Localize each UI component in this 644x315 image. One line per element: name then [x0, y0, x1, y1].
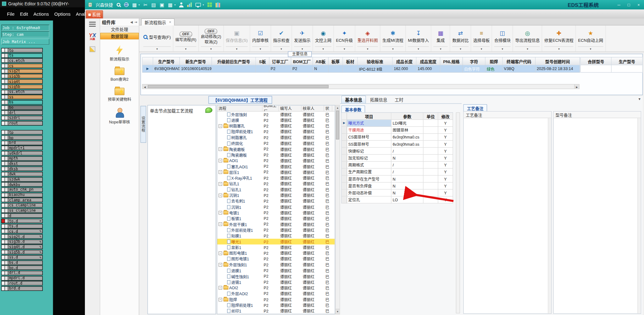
layer-checkbox[interactable] — [2, 209, 5, 212]
collapse-icon[interactable]: ▼ — [638, 97, 641, 101]
tab-new-flow-instruction[interactable]: 新流程指示 × — [141, 19, 174, 25]
flow-node[interactable]: −层压1P2谭丽红谭丽红已 — [217, 169, 335, 175]
column-header[interactable]: 阻焊 — [486, 57, 503, 65]
layer-checkbox[interactable] — [2, 106, 5, 109]
layer-checkbox[interactable] — [2, 74, 5, 78]
component-tool[interactable]: Bom查询2 — [100, 68, 139, 82]
param-value[interactable]: N — [391, 155, 424, 161]
layer-checkbox[interactable] — [2, 100, 5, 104]
layer-checkbox[interactable] — [5, 230, 8, 233]
column-header[interactable]: S板 — [256, 57, 269, 65]
flow-node[interactable]: 碱性蚀刻1P2谭丽红谭丽红已 — [217, 274, 335, 279]
flow-side-tab[interactable]: 设置流程 — [141, 106, 146, 143]
dropdown-arrow[interactable]: ▾ — [201, 46, 221, 52]
layer-checkbox[interactable] — [2, 255, 5, 259]
layer-checkbox[interactable] — [5, 80, 8, 84]
layer-checkbox[interactable] — [2, 48, 5, 52]
chevron-down-icon[interactable]: ▾ — [139, 3, 140, 6]
layer-checkbox[interactable] — [2, 240, 5, 244]
layer-checkbox[interactable] — [5, 157, 8, 160]
layer-row[interactable]: auto_chk_pn — [1, 187, 43, 192]
table-icon[interactable]: ▦ — [132, 2, 137, 7]
layer-checkbox[interactable] — [2, 162, 5, 166]
monitor-icon[interactable] — [196, 3, 201, 7]
scroll-left-button[interactable]: ◀ — [142, 84, 147, 89]
param-row[interactable]: 生产周期位置/Y — [342, 169, 453, 176]
flow-node[interactable]: 陶瓷磨板P2谭丽红谭丽红已 — [217, 152, 335, 158]
layer-row[interactable]: ydkdrl — [1, 151, 43, 155]
layer-checkbox[interactable] — [2, 131, 5, 134]
layer-row[interactable]: clamp_area — [1, 198, 43, 202]
collapse-icon[interactable]: − — [219, 251, 222, 255]
column-header[interactable]: 型号创建时间 — [536, 57, 580, 65]
param-row[interactable]: 是否有负焊盘NY — [342, 182, 453, 189]
flow-node[interactable]: 阻焊前处理1P2谭丽红谭丽红已 — [217, 302, 335, 308]
collapse-icon[interactable]: − — [219, 124, 222, 128]
param-value[interactable]: 6v3rq0hma0.cs — [391, 134, 424, 141]
layer-row[interactable]: sig4t — [1, 79, 43, 84]
chart-icon[interactable] — [187, 3, 192, 7]
tab-工时[interactable]: 工时 — [391, 96, 407, 104]
dropdown-arrow[interactable]: ▾ — [515, 46, 540, 52]
toolbar-button[interactable]: ✔指示检查▾ — [271, 25, 292, 52]
layer-row[interactable]: szdwk — [1, 177, 43, 182]
menu-item-file[interactable]: File — [7, 12, 14, 17]
layer-checkbox[interactable] — [5, 90, 8, 94]
column-header[interactable]: 字符 — [463, 57, 486, 65]
param-value[interactable]: LO — [391, 197, 424, 204]
layer-row[interactable]: ss — [1, 95, 43, 99]
layer-checkbox[interactable] — [2, 141, 5, 145]
scroll-right-button[interactable]: ▶ — [574, 84, 579, 89]
layer-checkbox[interactable] — [5, 54, 8, 57]
layer-row[interactable]: brd.d — [1, 286, 43, 291]
param-row[interactable]: 周期格式/Y — [342, 162, 453, 169]
layer-checkbox[interactable] — [2, 261, 5, 264]
model-query-button[interactable]: 型号查询(F)▾ — [141, 25, 173, 52]
dropdown-arrow[interactable]: ▾ — [382, 46, 403, 52]
flow-node[interactable]: 钻孔1P2谭丽红谭丽红已 — [217, 187, 335, 193]
layer-row[interactable]: cs.d✎ — [1, 229, 43, 233]
layer-checkbox[interactable] — [5, 271, 8, 275]
param-value[interactable]: N — [391, 182, 424, 189]
layer-row[interactable]: drl — [1, 111, 43, 115]
toolbar-button[interactable]: ◫合排模块▾ — [492, 25, 513, 52]
dropdown-arrow[interactable]: ▾ — [336, 46, 353, 52]
param-value[interactable]: LDI曝光 — [391, 120, 424, 127]
menu-item-actions[interactable]: Actions — [33, 12, 49, 17]
toolbar-button[interactable]: ≡选择母板▾ — [471, 25, 492, 52]
layer-checkbox[interactable] — [2, 245, 5, 249]
layer-checkbox[interactable] — [2, 85, 5, 89]
notes-body[interactable] — [553, 118, 641, 313]
layer-row[interactable]: cs_clampline — [1, 203, 43, 207]
dropdown-arrow[interactable]: ▾ — [315, 46, 331, 52]
windows-icon[interactable] — [208, 3, 212, 7]
flow-node[interactable]: 显影1P2谭丽红谭丽红已 — [217, 245, 335, 250]
param-value[interactable]: 图镀菲林 — [391, 127, 424, 134]
layer-checkbox[interactable] — [5, 111, 8, 115]
layer-checkbox[interactable] — [2, 188, 5, 192]
flow-node[interactable]: −陶瓷磨板P2谭丽红谭丽红已 — [217, 146, 335, 152]
layer-checkbox[interactable] — [2, 151, 5, 155]
chevron-down-icon[interactable]: ▾ — [203, 3, 204, 6]
toolbar-button[interactable]: ✱生成MI流程▾ — [380, 25, 406, 52]
layer-row[interactable]: sig5b — [1, 84, 43, 89]
collapse-icon[interactable]: − — [219, 171, 222, 174]
layer-row[interactable]: rout.d — [1, 281, 43, 285]
job-matrix-button[interactable]: Job Matrix ... — [1, 39, 49, 45]
flow-node[interactable]: −沉铜1P2谭丽红谭丽红已 — [217, 193, 335, 198]
layer-row[interactable]: mpth — [1, 156, 43, 160]
column-header[interactable]: 板材 — [343, 57, 358, 65]
flow-node[interactable]: 板镀1P2谭丽红谭丽红已 — [217, 216, 335, 221]
chevron-down-icon[interactable]: ▾ — [174, 3, 175, 6]
layer-checkbox[interactable] — [5, 250, 8, 254]
layer-row[interactable]: bo — [1, 105, 43, 110]
dropdown-arrow[interactable]: ▾ — [452, 46, 469, 52]
globe-icon[interactable] — [124, 3, 128, 7]
flow-node[interactable]: −钻孔1P2谭丽红谭丽红已 — [217, 181, 335, 187]
layer-row[interactable]: sig2t — [1, 69, 43, 73]
column-header[interactable]: 验收标准 — [358, 57, 393, 65]
scroll-thumb[interactable] — [148, 85, 329, 88]
param-value[interactable]: N — [391, 176, 424, 182]
layer-checkbox[interactable] — [2, 214, 5, 218]
dropdown-arrow[interactable]: ▾ — [252, 46, 269, 52]
